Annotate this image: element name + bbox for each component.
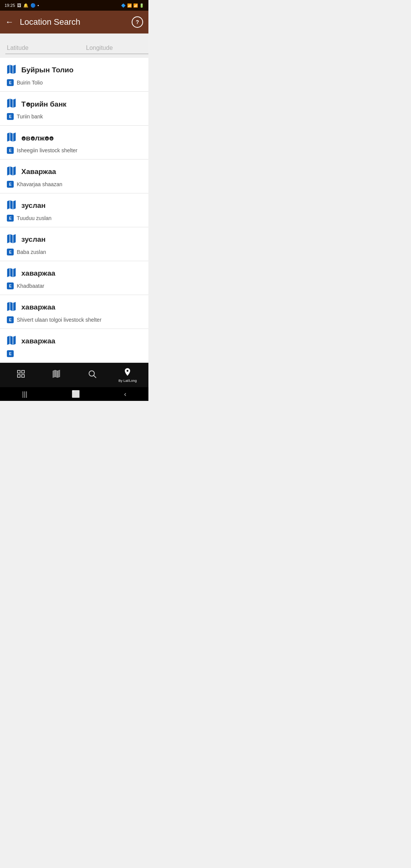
list-item[interactable]: хаваржааE — [0, 329, 148, 363]
list-item[interactable]: Буйрын ТолиоEBuirin Tolio — [0, 58, 148, 92]
bottom-nav: By Lat/Long — [0, 363, 148, 387]
bottom-nav-item-0[interactable] — [3, 369, 39, 381]
item-main-row: зуслан — [5, 199, 143, 212]
svg-rect-40 — [18, 375, 20, 377]
svg-rect-39 — [22, 370, 24, 373]
e-badge: E — [7, 316, 14, 323]
item-sub-row: ETuriin bank — [7, 113, 143, 120]
item-primary-name: зуслан — [21, 235, 46, 244]
help-button[interactable]: ? — [132, 16, 143, 28]
bottom-nav-item-2[interactable] — [74, 369, 110, 381]
map-icon — [5, 97, 18, 111]
svg-marker-15 — [7, 166, 16, 176]
map-icon — [5, 165, 18, 179]
latitude-input[interactable] — [5, 42, 84, 54]
map-icon — [5, 334, 18, 348]
svg-marker-42 — [53, 370, 60, 378]
item-sub-row: E — [7, 350, 143, 357]
list-item[interactable]: Төрийн банкETuriin bank — [0, 92, 148, 126]
item-primary-name: хаваржаа — [21, 337, 55, 345]
svg-rect-41 — [22, 375, 24, 377]
search-inputs-container — [0, 34, 148, 58]
item-secondary-name: Isheegiin livestock shelter — [17, 147, 78, 153]
status-app-icon: 🔵 — [30, 3, 36, 8]
item-main-row: хаваржаа — [5, 300, 143, 314]
app-bar: ← Location Search ? — [0, 11, 148, 34]
e-badge: E — [7, 282, 14, 289]
e-badge: E — [7, 215, 14, 222]
item-sub-row: ETuuduu zuslan — [7, 215, 143, 222]
item-primary-name: Буйрын Толио — [21, 66, 73, 74]
item-secondary-name: Khavarjaa shaazan — [17, 181, 62, 187]
e-badge: E — [7, 249, 14, 255]
e-badge: E — [7, 181, 14, 188]
item-main-row: өвөлжөө — [5, 131, 143, 145]
item-main-row: зуслан — [5, 233, 143, 246]
recents-button[interactable]: ||| — [22, 390, 27, 398]
item-sub-row: EBaba zuslan — [7, 249, 143, 255]
map-icon — [5, 266, 18, 280]
item-secondary-name: Khadbaatar — [17, 283, 44, 289]
bottom-nav-item-1[interactable] — [39, 369, 75, 381]
status-right: 🔷 📶 📶 🔋 — [121, 3, 144, 8]
status-bar: 19:25 🖼 🔔 🔵 • 🔷 📶 📶 🔋 — [0, 0, 148, 11]
item-primary-name: зуслан — [21, 201, 46, 210]
e-badge: E — [7, 147, 14, 154]
wifi-icon: 📶 — [127, 3, 132, 8]
item-primary-name: хаваржаа — [21, 303, 55, 311]
location-list: Буйрын ТолиоEBuirin Tolio Төрийн банкETu… — [0, 58, 148, 363]
item-secondary-name: Tuuduu zuslan — [17, 215, 51, 221]
list-item[interactable]: зусланEBaba zuslan — [0, 227, 148, 261]
item-secondary-name: Turiin bank — [17, 113, 43, 120]
e-badge: E — [7, 79, 14, 86]
status-dot: • — [38, 3, 39, 8]
bottom-nav-item-3[interactable]: By Lat/Long — [110, 367, 146, 383]
signal-icon: 📶 — [133, 3, 138, 8]
svg-marker-3 — [7, 64, 16, 74]
bottom-nav-icon-0 — [16, 369, 25, 380]
back-sys-button[interactable]: ‹ — [124, 390, 126, 398]
item-primary-name: Төрийн банк — [21, 100, 67, 108]
map-icon — [5, 233, 18, 246]
svg-marker-23 — [7, 234, 16, 244]
back-button[interactable]: ← — [5, 18, 14, 26]
item-sub-row: EKhavarjaa shaazan — [7, 181, 143, 188]
status-photo-icon: 🖼 — [17, 3, 21, 8]
coordinate-inputs — [5, 42, 148, 54]
e-badge: E — [7, 113, 14, 120]
svg-marker-35 — [7, 335, 16, 345]
bottom-nav-icon-3 — [123, 367, 132, 378]
svg-marker-31 — [7, 302, 16, 311]
item-main-row: хаваржаа — [5, 334, 143, 348]
svg-marker-27 — [7, 268, 16, 278]
e-badge: E — [7, 350, 14, 357]
item-main-row: Хаваржаа — [5, 165, 143, 179]
list-item[interactable]: өвөлжөөEIsheegiin livestock shelter — [0, 126, 148, 160]
item-sub-row: EIsheegiin livestock shelter — [7, 147, 143, 154]
svg-line-46 — [94, 376, 96, 378]
list-item[interactable]: ХаваржааEKhavarjaa shaazan — [0, 160, 148, 193]
item-sub-row: EBuirin Tolio — [7, 79, 143, 86]
svg-marker-7 — [7, 98, 16, 108]
list-item[interactable]: зусланETuuduu zuslan — [0, 193, 148, 227]
item-main-row: хаваржаа — [5, 266, 143, 280]
item-secondary-name: Buirin Tolio — [17, 80, 43, 86]
list-item[interactable]: хаваржааEShivert ulaan tolgoi livestock … — [0, 295, 148, 329]
bottom-nav-label-3: By Lat/Long — [118, 379, 137, 383]
map-icon — [5, 300, 18, 314]
status-time: 19:25 — [5, 3, 15, 8]
home-button[interactable]: ⬜ — [72, 390, 80, 398]
list-item[interactable]: хаваржааEKhadbaatar — [0, 261, 148, 295]
item-primary-name: хаваржаа — [21, 269, 55, 278]
item-primary-name: өвөлжөө — [21, 134, 54, 142]
item-main-row: Буйрын Толио — [5, 63, 143, 77]
map-icon — [5, 131, 18, 145]
svg-marker-11 — [7, 132, 16, 142]
battery-icon: 🔋 — [139, 3, 144, 8]
svg-rect-38 — [18, 370, 20, 373]
svg-marker-19 — [7, 200, 16, 210]
status-left: 19:25 🖼 🔔 🔵 • — [5, 3, 39, 8]
bottom-nav-icon-2 — [88, 369, 97, 380]
item-secondary-name: Shivert ulaan tolgoi livestock shelter — [17, 317, 102, 323]
longitude-input[interactable] — [84, 42, 148, 54]
